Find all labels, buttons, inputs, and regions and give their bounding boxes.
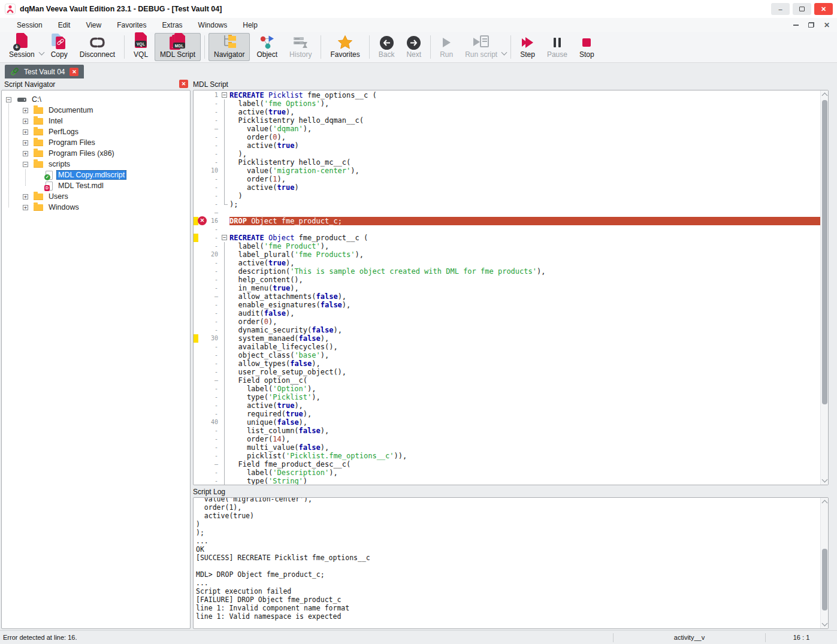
log-vertical-scrollbar[interactable]: [820, 498, 828, 628]
code-text[interactable]: label_plural('fme Products'),: [229, 250, 820, 259]
code-line-24[interactable]: - in_menu(true),: [194, 284, 820, 292]
code-text[interactable]: in_menu(true),: [229, 284, 820, 292]
code-text[interactable]: active(true): [229, 183, 820, 192]
code-text[interactable]: [229, 225, 820, 234]
log-scrollbar-thumb[interactable]: [822, 549, 827, 610]
code-text[interactable]: Field option__c(: [229, 376, 820, 385]
code-text[interactable]: audit(false),: [229, 309, 820, 318]
code-line-29[interactable]: - dynamic_security(false),: [194, 326, 820, 334]
code-line-32[interactable]: - object_class('base'),: [194, 351, 820, 359]
code-text[interactable]: type('Picklist'),: [229, 393, 820, 401]
tree-item-label[interactable]: Users: [47, 192, 70, 201]
code-text[interactable]: user_role_setup_object(),: [229, 368, 820, 376]
code-text[interactable]: order(0),: [229, 318, 820, 326]
code-line-47[interactable]: - type('String'): [194, 477, 820, 485]
code-text[interactable]: active(true): [229, 141, 820, 150]
tree-item-label[interactable]: Windows: [47, 202, 81, 212]
code-line-35[interactable]: – Field option__c(: [194, 376, 820, 385]
code-text[interactable]: RECREATE Picklist fme_options__c (: [229, 91, 820, 99]
code-text[interactable]: active(true),: [229, 259, 820, 267]
code-line-42[interactable]: - order(14),: [194, 435, 820, 443]
tree-item-label[interactable]: C:\: [30, 95, 43, 104]
code-line-43[interactable]: - multi_value(false),: [194, 443, 820, 452]
code-line-10[interactable]: 10 value('migration-center'),: [194, 167, 820, 175]
toolbar-button-step[interactable]: Step: [515, 33, 540, 61]
fold-minus-icon[interactable]: −: [222, 92, 227, 98]
code-line-38[interactable]: - active(true),: [194, 401, 820, 410]
fold-collapse-control[interactable]: −: [220, 234, 229, 242]
code-text[interactable]: dynamic_security(false),: [229, 326, 820, 334]
code-text[interactable]: order(0),: [229, 133, 820, 141]
toolbar-button-pause[interactable]: Pause: [542, 33, 573, 61]
tree-item-label[interactable]: scripts: [47, 159, 72, 169]
code-line-17[interactable]: -: [194, 225, 820, 234]
collapse-icon[interactable]: −: [23, 162, 28, 167]
code-line-40[interactable]: 40 unique(false),: [194, 418, 820, 427]
script-navigator-panel[interactable]: −C:\+Documentum+Intel+PerfLogs+Program F…: [1, 90, 191, 629]
maximize-button[interactable]: [793, 3, 811, 15]
expand-icon[interactable]: +: [23, 205, 28, 210]
code-text[interactable]: value('dqman'),: [229, 125, 820, 133]
tree-item-label[interactable]: Documentum: [47, 105, 95, 115]
scroll-up-icon[interactable]: [822, 500, 828, 506]
code-line-3[interactable]: - active(true),: [194, 108, 820, 116]
code-line-9[interactable]: - Picklistentry hello_mc__c(: [194, 158, 820, 167]
toolbar-button-object[interactable]: Object: [251, 33, 283, 61]
code-text[interactable]: RECREATE Object fme_product__c (: [229, 234, 820, 242]
tree-item-label[interactable]: Intel: [47, 116, 65, 126]
toolbar-button-favorites[interactable]: Favorites: [325, 33, 365, 61]
toolbar-button-run[interactable]: Run: [434, 33, 458, 61]
tree-item-mdl-copy-mdlscript[interactable]: ✓MDL Copy.mdlscript: [2, 170, 190, 180]
code-text[interactable]: enable_esignatures(false),: [229, 301, 820, 309]
code-line-14[interactable]: -);: [194, 200, 820, 208]
code-line-36[interactable]: - label('Option'),: [194, 385, 820, 393]
code-line-20[interactable]: 20 label_plural('fme Products'),: [194, 250, 820, 259]
code-text[interactable]: available_lifecycles(),: [229, 343, 820, 351]
toolbar-button-vql[interactable]: VQLVQL: [128, 33, 153, 61]
navigator-close-icon[interactable]: ✕: [179, 80, 188, 88]
code-line-37[interactable]: - type('Picklist'),: [194, 393, 820, 401]
editor-vertical-scrollbar[interactable]: [820, 90, 828, 485]
code-line-2[interactable]: - label('fme Options'),: [194, 99, 820, 108]
code-line-39[interactable]: - required(true),: [194, 410, 820, 418]
code-area[interactable]: 1−RECREATE Picklist fme_options__c (- la…: [194, 91, 820, 485]
code-line-41[interactable]: - list_column(false),: [194, 427, 820, 435]
code-text[interactable]: active(true),: [229, 401, 820, 410]
code-line-4[interactable]: - Picklistentry hello_dqman__c(: [194, 116, 820, 125]
tree-item-label[interactable]: Program Files (x86): [47, 149, 116, 158]
mdi-close-icon[interactable]: ✕: [824, 22, 830, 28]
expand-icon[interactable]: +: [23, 194, 28, 199]
expand-icon[interactable]: +: [23, 119, 28, 124]
expand-icon[interactable]: +: [23, 151, 28, 156]
code-text[interactable]: list_column(false),: [229, 427, 820, 435]
code-line-13[interactable]: - ): [194, 192, 820, 200]
code-line-33[interactable]: - allow_types(false),: [194, 359, 820, 368]
expand-icon[interactable]: +: [23, 108, 28, 113]
menu-item-session[interactable]: Session: [17, 21, 43, 29]
code-text[interactable]: active(true),: [229, 108, 820, 116]
mdi-restore-icon[interactable]: [808, 22, 814, 28]
tree-item-perflogs[interactable]: +PerfLogs: [2, 126, 190, 137]
tree-item-windows[interactable]: +Windows: [2, 202, 190, 213]
toolbar-button-disconnect[interactable]: Disconnect: [74, 33, 120, 61]
mdl-script-editor[interactable]: 1−RECREATE Picklist fme_options__c (- la…: [193, 90, 829, 485]
scroll-down-icon[interactable]: [822, 621, 828, 627]
code-text[interactable]: DROP Object fme_product_c;: [229, 217, 820, 225]
expand-icon[interactable]: +: [23, 129, 28, 135]
code-text[interactable]: allow_types(false),: [229, 359, 820, 368]
tree-item-label[interactable]: MDL Test.mdl: [56, 181, 105, 191]
code-text[interactable]: [229, 208, 820, 217]
toolbar-button-stop[interactable]: Stop: [574, 33, 600, 61]
menu-item-extras[interactable]: Extras: [162, 21, 183, 29]
toolbar-button-run-script[interactable]: Run script: [460, 33, 503, 61]
scroll-down-icon[interactable]: [822, 477, 828, 483]
toolbar-button-history[interactable]: History: [284, 33, 317, 61]
code-text[interactable]: picklist('Picklist.fme_options__c')),: [229, 452, 820, 460]
toolbar-button-mdl-script[interactable]: MDLMDL Script: [155, 33, 201, 61]
code-line-5[interactable]: – value('dqman'),: [194, 125, 820, 133]
fold-minus-icon[interactable]: −: [222, 235, 227, 240]
code-line-19[interactable]: - label('fme Product'),: [194, 242, 820, 250]
code-text[interactable]: label('Description'),: [229, 468, 820, 477]
code-line-44[interactable]: - picklist('Picklist.fme_options__c')),: [194, 452, 820, 460]
code-line-23[interactable]: - help_content(),: [194, 276, 820, 284]
